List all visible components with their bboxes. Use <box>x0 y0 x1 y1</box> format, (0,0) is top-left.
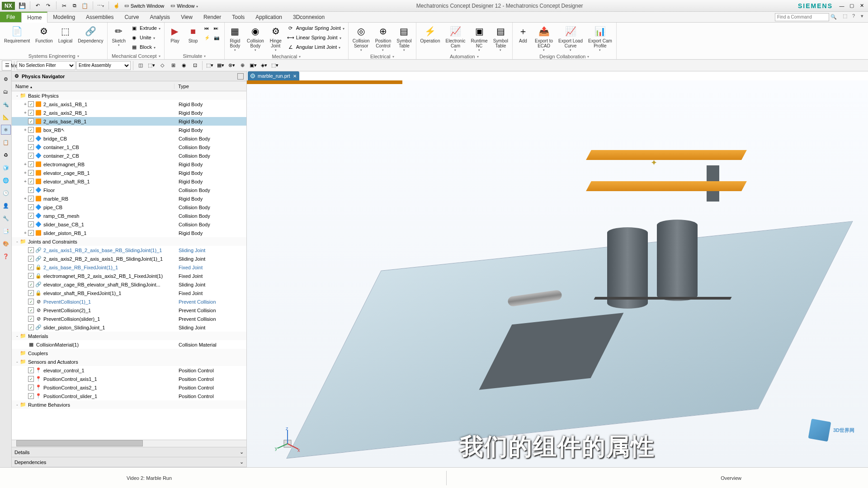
assembly-scope-dropdown[interactable]: Entire Assembly <box>76 61 131 70</box>
checkbox[interactable]: ✓ <box>28 307 34 313</box>
touch-mode-button[interactable] <box>112 1 121 10</box>
tree-item[interactable]: ✓🔷bridge_CBCollision Body <box>12 134 246 143</box>
electronic-button[interactable]: 📈ElectronicCam▾ <box>443 23 468 53</box>
undo-button[interactable] <box>33 1 42 10</box>
checkbox[interactable]: ✓ <box>28 230 34 236</box>
unite-button[interactable]: ◉Unite <box>129 33 162 42</box>
tree-item[interactable]: ✓🔗elevator_cage_RB_elevator_shaft_RB_Sli… <box>12 280 246 289</box>
tree-folder[interactable]: 📁Couplers <box>12 349 246 357</box>
selection-filter-dropdown[interactable]: No Selection Filter <box>17 61 75 70</box>
tree-folder[interactable]: -📁Basic Physics <box>12 91 246 100</box>
checkbox[interactable]: ✓ <box>28 385 34 390</box>
tree-item[interactable]: +✓🟧slider_piston_RB_1Rigid Body <box>12 229 246 237</box>
rail-reuse-icon[interactable]: ♻ <box>1 150 11 160</box>
csys-compass-icon[interactable]: ✦ <box>651 158 657 168</box>
group-expand-icon[interactable]: ▾ <box>477 55 479 59</box>
close-button[interactable]: ✕ <box>857 2 866 10</box>
collision-button[interactable]: ◉CollisionBody▾ <box>245 23 266 53</box>
rail-roles-icon[interactable]: 👤 <box>1 201 11 211</box>
checkbox[interactable]: ✓ <box>28 187 34 193</box>
tree-folder[interactable]: -📁Sensors and Actuators <box>12 357 246 366</box>
paste-button[interactable] <box>80 1 90 10</box>
window-menu-button[interactable]: ▭ Window <box>167 1 201 10</box>
sim-tool-button[interactable]: ⚡ <box>203 33 212 42</box>
tree-item[interactable]: ✓🔷pipe_CBCollision Body <box>12 203 246 211</box>
tree-item[interactable]: ✓🔒2_axis_base_RB_FixedJoint(1)_1Fixed Jo… <box>12 263 246 272</box>
tab-home[interactable]: Home <box>21 12 47 23</box>
tb-btn-10[interactable]: ⊕ <box>237 61 247 70</box>
tree-item[interactable]: ✓📍PositionControl_axis2_1Position Contro… <box>12 383 246 392</box>
tb-btn-1[interactable]: ◫ <box>136 61 146 70</box>
extrude-button[interactable]: ▣Extrude <box>129 23 162 33</box>
tree-item[interactable]: +✓🟧marble_RBRigid Body <box>12 194 246 203</box>
tree-folder[interactable]: -📁Joints and Constraints <box>12 237 246 246</box>
checkbox[interactable]: ✓ <box>28 170 34 176</box>
column-name[interactable]: Name <box>12 84 175 89</box>
checkbox[interactable]: ✓ <box>28 221 34 227</box>
sim-tool-button[interactable]: ⏭ <box>212 23 221 33</box>
group-expand-icon[interactable]: ▾ <box>77 54 79 58</box>
checkbox[interactable]: ✓ <box>28 161 34 167</box>
rail-hd3d-icon[interactable]: 🧊 <box>1 163 11 173</box>
rail-part-navigator-icon[interactable]: 🗂 <box>1 87 11 97</box>
tree-item[interactable]: ✓🔒elevator_shaft_RB_FixedJoint(1)_1Fixed… <box>12 289 246 297</box>
rail-physics-navigator-icon[interactable]: ⚛ <box>1 125 11 135</box>
tb-btn-7[interactable]: ⬚▾ <box>205 61 215 70</box>
logical-button[interactable]: ⬚Logical <box>56 23 75 45</box>
dependency-button[interactable]: 🔗Dependency <box>75 23 105 45</box>
hinge-button[interactable]: ⚙HingeJoint▾ <box>267 23 284 53</box>
checkbox[interactable]: ✓ <box>28 299 34 305</box>
expander-icon[interactable]: - <box>14 333 20 338</box>
tab-tools[interactable]: Tools <box>226 12 250 22</box>
tb-btn-4[interactable]: ⊞ <box>168 61 178 70</box>
tab-render[interactable]: Render <box>198 12 226 22</box>
expander-icon[interactable]: + <box>23 102 28 107</box>
tree-item[interactable]: +✓🟧2_axis_axis1_RB_1Rigid Body <box>12 100 246 108</box>
stop-button[interactable]: ■Stop <box>184 23 202 45</box>
rail-layer-icon[interactable]: 📑 <box>1 226 11 236</box>
expander-icon[interactable]: + <box>23 179 28 184</box>
tree-item[interactable]: ✓⊘PreventCollision(slider)_1Prevent Coll… <box>12 314 246 323</box>
tree-item[interactable]: ✓📍elevator_control_1Position Control <box>12 366 246 375</box>
symbol-button[interactable]: ▤SymbolTable▾ <box>394 23 414 53</box>
navigator-tree[interactable]: -📁Basic Physics+✓🟧2_axis_axis1_RB_1Rigid… <box>12 91 246 440</box>
checkbox[interactable]: ✓ <box>28 376 34 382</box>
group-expand-icon[interactable]: ▾ <box>159 54 160 58</box>
search-button[interactable] <box>829 13 838 22</box>
checkbox[interactable]: ✓ <box>28 290 34 296</box>
tree-item[interactable]: ✓🔗slider_piston_SlidingJoint_1Sliding Jo… <box>12 323 246 332</box>
tree-item[interactable]: ✓🔷container_2_CBCollision Body <box>12 151 246 160</box>
checkbox[interactable]: ✓ <box>28 316 34 322</box>
tree-item[interactable]: ✓🟧2_axis_base_RB_1Rigid Body <box>12 117 246 126</box>
tree-item[interactable]: ✓🔷container_1_CBCollision Body <box>12 143 246 151</box>
rail-help-icon[interactable]: ❓ <box>1 251 11 261</box>
document-tab[interactable]: marble_run.prt ✕ <box>248 71 299 80</box>
checkbox[interactable]: ✓ <box>28 127 34 133</box>
navigator-hscroll[interactable] <box>12 440 246 447</box>
rail-visual-icon[interactable]: 🎨 <box>1 239 11 249</box>
tab-3dconnexion[interactable]: 3Dconnexion <box>288 12 330 22</box>
tb-btn-2[interactable]: ⬚▾ <box>146 61 156 70</box>
linear-spring-joint-button[interactable]: ⟷Linear Spring Joint <box>285 33 346 42</box>
tb-btn-9[interactable]: ⊗▾ <box>226 61 236 70</box>
requirement-button[interactable]: 📄Requirement <box>2 23 32 45</box>
group-expand-icon[interactable]: ▾ <box>299 55 301 59</box>
tab-modeling[interactable]: Modeling <box>47 12 80 22</box>
add-button[interactable]: ＋Add <box>514 23 532 45</box>
expander-icon[interactable]: - <box>14 93 20 98</box>
checkbox[interactable]: ✓ <box>28 367 34 373</box>
rail-history-icon[interactable]: 🕒 <box>1 188 11 198</box>
tree-item[interactable]: +✓🟧elevator_cage_RB_1Rigid Body <box>12 169 246 177</box>
tree-item[interactable]: ✓🔒electromagnet_RB_2_axis_axis2_RB_1_Fix… <box>12 272 246 280</box>
tree-item[interactable]: +✓🟧electromagnet_RBRigid Body <box>12 160 246 169</box>
checkbox[interactable]: ✓ <box>28 178 34 184</box>
expander-icon[interactable]: + <box>23 230 28 235</box>
sketch-button[interactable]: ✏Sketch▾ <box>109 23 128 48</box>
tree-item[interactable]: ✓📍PositionControl_slider_1Position Contr… <box>12 392 246 400</box>
checkbox[interactable]: ✓ <box>28 324 34 330</box>
fullscreen-button[interactable]: ⬚ <box>841 12 849 20</box>
menu-dropdown[interactable]: ☰Menu <box>2 61 12 70</box>
canvas[interactable]: ✦ z x y 我们的组件的属性 3D世界网 <box>247 80 868 467</box>
close-tab-icon[interactable]: ✕ <box>293 74 297 79</box>
graphics-viewport[interactable]: marble_run.prt ✕ ✦ z x y <box>247 71 868 467</box>
